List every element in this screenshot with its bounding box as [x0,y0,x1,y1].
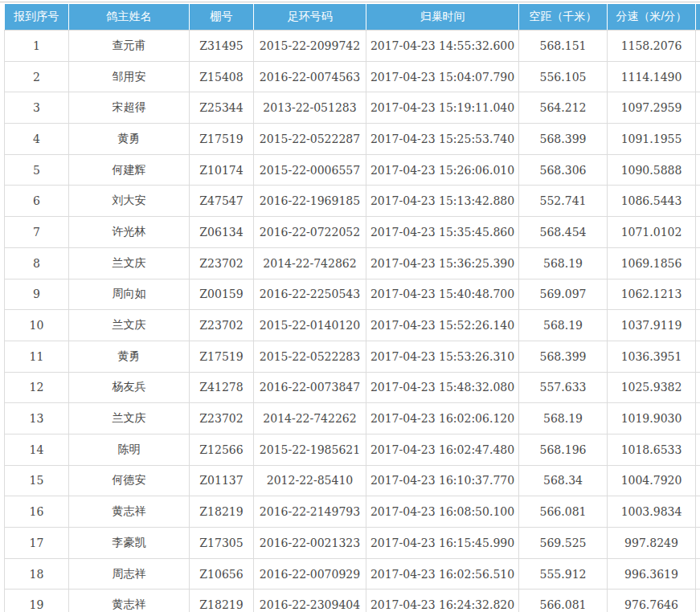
table-cell-empty [696,61,700,92]
table-cell: 2016-22-2309404 [254,590,366,612]
table-cell: 2017-04-23 15:48:32.080 [366,372,519,403]
table-cell: 何德安 [69,465,190,496]
table-cell: 1158.2076 [608,31,696,62]
table-cell: 周志祥 [69,558,190,590]
table-cell: Z17519 [190,124,254,155]
table-cell: 2016-22-2250543 [254,279,366,310]
table-cell: Z10656 [190,558,254,590]
table-row: 11黄勇Z175192015-22-05222832017-04-23 15:5… [5,341,700,372]
table-cell: 568.151 [519,31,608,62]
table-cell: 2017-04-23 15:19:11.040 [366,92,519,124]
table-cell: 996.3619 [608,558,696,590]
table-cell-empty [696,341,700,372]
table-cell: 2017-04-23 15:04:07.790 [366,61,519,92]
table-cell: 557.633 [519,372,608,403]
table-cell-empty [696,465,700,496]
table-cell: 2017-04-23 15:53:26.310 [366,341,519,372]
table-cell: 宋超得 [69,92,190,124]
table-cell: 1069.1856 [608,247,696,279]
table-cell: 2012-22-85410 [254,465,366,496]
table-cell-empty [696,217,700,248]
table-cell: 555.912 [519,558,608,590]
table-cell-empty [696,558,700,590]
table-cell: 1036.3951 [608,341,696,372]
table-cell: Z47547 [190,186,254,217]
table-row: 10兰文庆Z237022015-22-01401202017-04-23 15:… [5,310,700,341]
table-cell: 2016-22-1969185 [254,186,366,217]
table-row: 18周志祥Z106562016-22-00709292017-04-23 16:… [5,558,700,590]
table-cell-empty [696,403,700,435]
column-header: 鸽主姓名 [69,4,190,31]
table-cell: 2017-04-23 16:08:50.100 [366,496,519,528]
table-cell: 1037.9119 [608,310,696,341]
column-header: 足环号码 [254,4,366,31]
table-cell: 2017-04-23 15:36:25.390 [366,247,519,279]
table-cell: 2015-22-0140120 [254,310,366,341]
table-cell-empty [696,528,700,559]
table-cell-empty [696,496,700,528]
table-cell: 1090.5888 [608,154,696,186]
table-cell: 7 [5,217,69,248]
table-cell-empty [696,186,700,217]
table-cell: 16 [5,496,69,528]
column-header: 棚号 [190,4,254,31]
table-cell: 1097.2959 [608,92,696,124]
table-cell: 568.19 [519,310,608,341]
table-cell: Z41278 [190,372,254,403]
table-row: 1查元甫Z314952015-22-20997422017-04-23 14:5… [5,31,700,62]
table-cell: 997.8249 [608,528,696,559]
table-cell: 2017-04-23 15:35:45.860 [366,217,519,248]
table-cell-empty [696,247,700,279]
table-cell: 2016-22-2149793 [254,496,366,528]
table-cell: 568.196 [519,434,608,465]
table-cell: 1025.9382 [608,372,696,403]
top-divider [0,2,700,2]
table-cell: 1091.1955 [608,124,696,155]
table-cell: 陈明 [69,434,190,465]
table-row: 8兰文庆Z237022014-22-7428622017-04-23 15:36… [5,247,700,279]
table-row: 4黄勇Z175192015-22-05222872017-04-23 15:25… [5,124,700,155]
table-cell: 兰文庆 [69,310,190,341]
table-cell: 566.081 [519,496,608,528]
table-cell: 552.741 [519,186,608,217]
table-cell: 12 [5,372,69,403]
table-row: 6刘大安Z475472016-22-19691852017-04-23 15:1… [5,186,700,217]
table-cell: Z12566 [190,434,254,465]
table-cell: 18 [5,558,69,590]
table-row: 13兰文庆Z237022014-22-7422622017-04-23 16:0… [5,403,700,435]
table-cell: 566.081 [519,590,608,612]
table-cell-empty [696,310,700,341]
table-row: 9周向如Z001592016-22-22505432017-04-23 15:4… [5,279,700,310]
table-cell: 9 [5,279,69,310]
table-cell: 何建辉 [69,154,190,186]
table-cell: Z31495 [190,31,254,62]
table-cell-empty [696,590,700,612]
table-cell: 2 [5,61,69,92]
table-cell: 568.19 [519,403,608,435]
table-cell: 568.19 [519,247,608,279]
table-cell: Z17519 [190,341,254,372]
table-cell: 564.212 [519,92,608,124]
table-cell: 568.399 [519,124,608,155]
table-cell-empty [696,124,700,155]
table-cell: 17 [5,528,69,559]
table-cell-empty [696,279,700,310]
column-header: 报到序号 [5,4,69,31]
table-cell: 2017-04-23 16:15:45.990 [366,528,519,559]
table-cell: 2013-22-051283 [254,92,366,124]
table-cell: 2017-04-23 16:10:37.770 [366,465,519,496]
table-cell: 1018.6533 [608,434,696,465]
table-row: 15何德安Z011372012-22-854102017-04-23 16:10… [5,465,700,496]
table-cell: 周向如 [69,279,190,310]
table-cell: Z17305 [190,528,254,559]
pigeon-race-results-page: 报到序号鸽主姓名棚号足环号码归巢时间空距（千米）分速（米/分） 1查元甫Z314… [0,0,700,612]
table-cell: 2017-04-23 16:02:06.120 [366,403,519,435]
table-cell: 黄志祥 [69,590,190,612]
table-cell: Z23702 [190,247,254,279]
table-cell: Z06134 [190,217,254,248]
table-cell: Z00159 [190,279,254,310]
table-cell: 2016-22-0021323 [254,528,366,559]
table-cell: 2017-04-23 15:52:26.140 [366,310,519,341]
table-cell: 13 [5,403,69,435]
table-cell: 1071.0102 [608,217,696,248]
